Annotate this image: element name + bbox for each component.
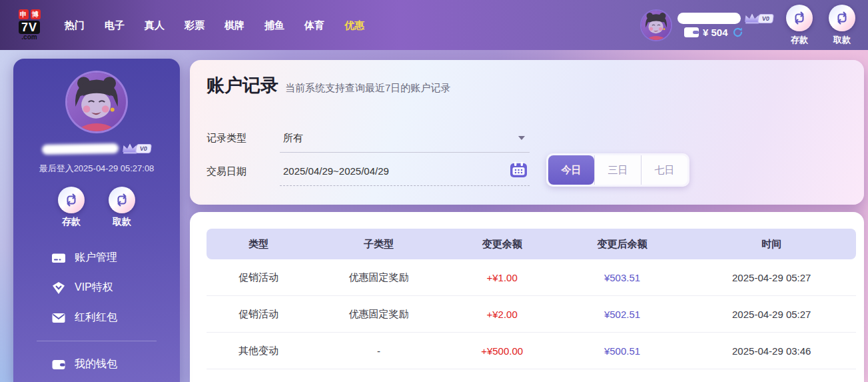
cell-time: 2025-04-29 05:27 (687, 272, 857, 283)
nav-item-lottery[interactable]: 彩票 (175, 0, 215, 50)
cell-type: 其他变动 (207, 345, 310, 357)
username-redacted (677, 13, 741, 24)
nav-item-promo[interactable]: 优惠 (334, 0, 374, 50)
cell-change-amount: +¥1.00 (447, 272, 558, 283)
site-logo[interactable]: 申 博 7V .com (12, 9, 47, 41)
header-subtype: 子类型 (310, 238, 447, 251)
page-title: 账户记录 (207, 73, 278, 97)
sidebar-item-vip-privileges[interactable]: VIP特权 (13, 273, 180, 303)
balance-amount: ¥ 504 (703, 27, 728, 38)
cell-change-amount: +¥2.00 (447, 309, 558, 320)
wallet-icon (684, 27, 699, 37)
user-avatar[interactable] (640, 9, 672, 41)
username-redacted (42, 143, 119, 154)
vip-shield-icon (51, 281, 66, 295)
chevron-down-icon[interactable] (518, 136, 525, 140)
sidebar-item-bonus-redpacket[interactable]: 红利红包 (13, 303, 180, 333)
cell-time: 2025-04-29 05:27 (687, 309, 857, 320)
avatar-illustration (67, 73, 126, 131)
deposit-icon (786, 5, 813, 31)
logo-badge-bo: 博 (31, 9, 41, 19)
cell-change-amount: +¥500.00 (447, 345, 558, 357)
table-row: 其他变动 - +¥500.00 ¥500.51 2025-04-29 03:46 (207, 333, 856, 369)
header-withdraw-button[interactable]: 取款 (825, 5, 859, 46)
record-type-underline (280, 152, 530, 153)
page-subtitle: 当前系统支持查询最近7日的账户记录 (285, 82, 450, 95)
cell-balance-after: ¥502.51 (558, 309, 687, 320)
tab-seven-days[interactable]: 七日 (642, 155, 687, 185)
header-type: 类型 (207, 238, 310, 251)
balance-row: ¥ 504 (684, 27, 773, 38)
trade-date-label: 交易日期 (207, 165, 246, 178)
cell-type: 促销活动 (207, 308, 310, 321)
nav-item-cards[interactable]: 棋牌 (215, 0, 254, 50)
vip-level-badge: V0 (135, 144, 152, 153)
sidebar-menu: 账户管理 VIP特权 红利红包 (13, 243, 180, 379)
deposit-icon (58, 187, 85, 213)
trade-date-input[interactable]: 2025/04/29~2025/04/29 (283, 165, 389, 177)
header-deposit-button[interactable]: 存款 (783, 5, 816, 46)
record-type-select[interactable]: 所有 (283, 132, 303, 145)
vip-level-badge: V0 (757, 14, 774, 23)
cell-balance-after: ¥503.51 (558, 272, 687, 283)
nav-item-sports[interactable]: 体育 (294, 0, 334, 50)
date-range-tabs: 今日 三日 七日 (546, 153, 689, 187)
cell-time: 2025-04-29 03:46 (687, 345, 857, 357)
vip-crown-wrap: V0 (743, 13, 773, 25)
table-row: 促销活动 优惠固定奖励 +¥1.00 ¥503.51 2025-04-29 05… (207, 259, 856, 296)
last-login-text: 最后登入2025-04-29 05:27:08 (39, 163, 155, 175)
cell-subtype: 优惠固定奖励 (310, 308, 447, 321)
top-navbar: 申 博 7V .com 热门 电子 真人 彩票 棋牌 捕鱼 体育 优惠 (0, 0, 868, 50)
bank-card-icon (51, 251, 66, 265)
nav-item-live[interactable]: 真人 (135, 0, 175, 50)
sidebar-user-row: V0 (42, 143, 151, 155)
logo-com: .com (21, 33, 37, 41)
nav-item-hot[interactable]: 热门 (55, 0, 95, 50)
calendar-icon[interactable] (510, 161, 528, 181)
sidebar-deposit-button[interactable]: 存款 (55, 187, 88, 228)
avatar-illustration (642, 11, 671, 40)
navbar-user-area: V0 ¥ 504 存款 (640, 0, 859, 50)
account-records-panel: 账户记录 当前系统支持查询最近7日的账户记录 记录类型 所有 交易日期 2025… (190, 60, 864, 205)
header-time: 时间 (687, 238, 857, 251)
cell-subtype: 优惠固定奖励 (310, 271, 447, 284)
records-table: 类型 子类型 变更余额 变更后余额 时间 促销活动 优惠固定奖励 +¥1.00 … (207, 229, 856, 369)
logo-7v: 7V (19, 21, 40, 34)
cell-type: 促销活动 (207, 271, 310, 284)
withdraw-icon (109, 187, 135, 213)
tab-three-days[interactable]: 三日 (595, 155, 641, 185)
cell-balance-after: ¥500.51 (558, 345, 687, 357)
user-info-column: V0 ¥ 504 (677, 13, 773, 38)
main-nav: 热门 电子 真人 彩票 棋牌 捕鱼 体育 优惠 (55, 0, 374, 50)
logo-badges: 申 博 (19, 9, 41, 19)
sidebar-divider (37, 341, 157, 341)
tab-today[interactable]: 今日 (548, 155, 594, 185)
table-row: 促销活动 优惠固定奖励 +¥2.00 ¥502.51 2025-04-29 05… (207, 296, 856, 333)
sidebar-avatar (65, 71, 128, 133)
nav-item-slots[interactable]: 电子 (95, 0, 135, 50)
withdraw-icon (829, 5, 855, 31)
vip-crown-wrap: V0 (121, 143, 151, 155)
record-type-label: 记录类型 (207, 132, 246, 145)
sidebar-item-my-wallet[interactable]: 我的钱包 (13, 349, 180, 379)
header-balance-after: 变更后余额 (558, 238, 687, 251)
table-header-row: 类型 子类型 变更余额 变更后余额 时间 (207, 229, 856, 259)
sidebar-withdraw-button[interactable]: 取款 (105, 187, 139, 228)
logo-badge-shen: 申 (19, 9, 29, 19)
trade-date-underline (280, 185, 530, 186)
red-envelope-icon (51, 311, 66, 325)
header-change: 变更余额 (447, 238, 558, 251)
wallet-icon (51, 357, 66, 372)
sidebar-item-account-management[interactable]: 账户管理 (13, 243, 180, 273)
cell-subtype: - (310, 345, 447, 357)
nav-item-fishing[interactable]: 捕鱼 (254, 0, 294, 50)
refresh-balance-icon[interactable] (732, 27, 743, 38)
sidebar-actions: 存款 取款 (55, 187, 139, 228)
records-table-panel: 类型 子类型 变更余额 变更后余额 时间 促销活动 优惠固定奖励 +¥1.00 … (190, 212, 864, 382)
sidebar: V0 最后登入2025-04-29 05:27:08 存款 取款 (13, 59, 180, 382)
